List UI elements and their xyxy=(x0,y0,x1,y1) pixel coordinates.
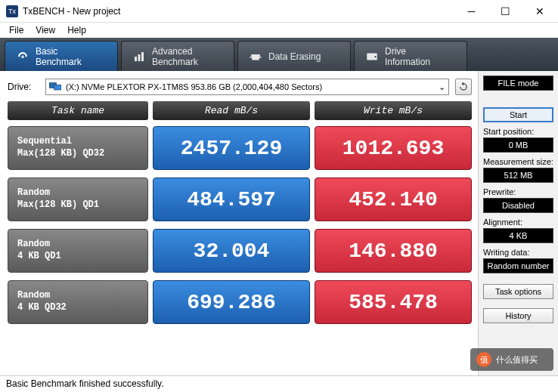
close-button[interactable]: ✕ xyxy=(522,1,556,22)
result-row: Random 4 KB QD1 32.004 146.880 xyxy=(8,229,472,273)
tab-drive-information[interactable]: Drive Information xyxy=(354,41,467,71)
tab-label: Data Erasing xyxy=(268,51,321,62)
svg-rect-2 xyxy=(141,52,144,61)
drive-icon xyxy=(365,50,379,63)
menu-help[interactable]: Help xyxy=(61,23,92,37)
meassize-value[interactable]: 512 MB xyxy=(483,168,553,183)
align-label: Alignment: xyxy=(483,218,553,227)
read-value: 484.597 xyxy=(153,177,310,221)
write-value: 146.880 xyxy=(315,229,472,273)
tab-data-erasing[interactable]: Data Erasing xyxy=(237,41,351,71)
header-task: Task name xyxy=(8,101,148,120)
result-row: Sequential Max(128 KB) QD32 2457.129 101… xyxy=(8,126,472,170)
tab-label: Basic Benchmark xyxy=(36,46,82,67)
watermark-text: 什么值得买 xyxy=(496,354,538,366)
task-name[interactable]: Sequential Max(128 KB) QD32 xyxy=(8,126,148,170)
reload-button[interactable] xyxy=(455,79,472,95)
main-panel: Drive: (X:) NVMe PLEXTOR PX-1TM8S 953.86… xyxy=(0,71,478,375)
read-value: 32.004 xyxy=(153,229,310,273)
svg-point-4 xyxy=(374,55,376,57)
header-row: Task name Read mB/s Write mB/s xyxy=(8,101,472,120)
tab-label: Drive Information xyxy=(385,46,430,67)
history-button[interactable]: History xyxy=(483,308,553,323)
drive-selected-text: (X:) NVMe PLEXTOR PX-1TM8S 953.86 GB (2,… xyxy=(66,82,322,91)
svg-rect-1 xyxy=(138,54,141,61)
titlebar: Tx TxBENCH - New project ─ ☐ ✕ xyxy=(0,0,558,23)
svg-rect-0 xyxy=(135,57,137,61)
tab-basic-benchmark[interactable]: Basic Benchmark xyxy=(5,41,118,71)
align-value[interactable]: 4 KB xyxy=(483,228,553,243)
menu-view[interactable]: View xyxy=(29,23,61,37)
reload-icon xyxy=(458,82,469,92)
header-read: Read mB/s xyxy=(153,101,310,120)
write-value: 1012.693 xyxy=(315,126,472,170)
drive-select[interactable]: (X:) NVMe PLEXTOR PX-1TM8S 953.86 GB (2,… xyxy=(45,79,449,95)
maximize-button[interactable]: ☐ xyxy=(488,1,522,22)
watermark: 值 什么值得买 xyxy=(470,348,553,371)
tab-label: Advanced Benchmark xyxy=(152,46,198,67)
read-value: 2457.129 xyxy=(153,126,310,170)
menubar: File View Help xyxy=(0,23,558,38)
task-name[interactable]: Random Max(128 KB) QD1 xyxy=(8,177,148,221)
erase-icon xyxy=(249,50,262,63)
menu-file[interactable]: File xyxy=(3,23,29,37)
meassize-label: Measurement size: xyxy=(483,157,553,166)
svg-rect-6 xyxy=(54,85,61,90)
chevron-down-icon: ⌄ xyxy=(439,82,445,92)
task-name[interactable]: Random 4 KB QD1 xyxy=(8,229,148,273)
header-write: Write mB/s xyxy=(315,101,472,120)
minimize-button[interactable]: ─ xyxy=(454,1,488,22)
app-icon: Tx xyxy=(6,5,18,17)
write-value: 585.478 xyxy=(315,280,472,324)
gauge-icon xyxy=(16,50,29,63)
result-row: Random Max(128 KB) QD1 484.597 452.140 xyxy=(8,177,472,221)
wdata-label: Writing data: xyxy=(483,248,553,257)
wdata-value[interactable]: Random number xyxy=(483,258,553,273)
startpos-value[interactable]: 0 MB xyxy=(483,137,553,153)
bars-icon xyxy=(132,50,146,63)
result-rows: Sequential Max(128 KB) QD32 2457.129 101… xyxy=(8,126,472,324)
task-options-button[interactable]: Task options xyxy=(483,284,553,299)
filemode-button[interactable]: FILE mode xyxy=(483,76,553,91)
window-title: TxBENCH - New project xyxy=(23,6,454,17)
tabbar: Basic Benchmark Advanced Benchmark Data … xyxy=(0,38,558,71)
startpos-label: Start position: xyxy=(483,127,553,136)
side-panel: FILE mode Start Start position: 0 MB Mea… xyxy=(478,71,558,375)
drive-label: Drive: xyxy=(8,82,39,92)
result-row: Random 4 KB QD32 699.286 585.478 xyxy=(8,280,472,324)
task-name[interactable]: Random 4 KB QD32 xyxy=(8,280,148,324)
write-value: 452.140 xyxy=(315,177,472,221)
watermark-icon: 值 xyxy=(476,352,491,367)
monitor-icon xyxy=(49,82,61,91)
statusbar: Basic Benchmark finished successfully. xyxy=(0,375,558,392)
tab-advanced-benchmark[interactable]: Advanced Benchmark xyxy=(121,41,234,71)
prewrite-label: Prewrite: xyxy=(483,187,553,196)
prewrite-value[interactable]: Disabled xyxy=(483,198,553,213)
start-button[interactable]: Start xyxy=(483,107,553,122)
read-value: 699.286 xyxy=(153,280,310,324)
